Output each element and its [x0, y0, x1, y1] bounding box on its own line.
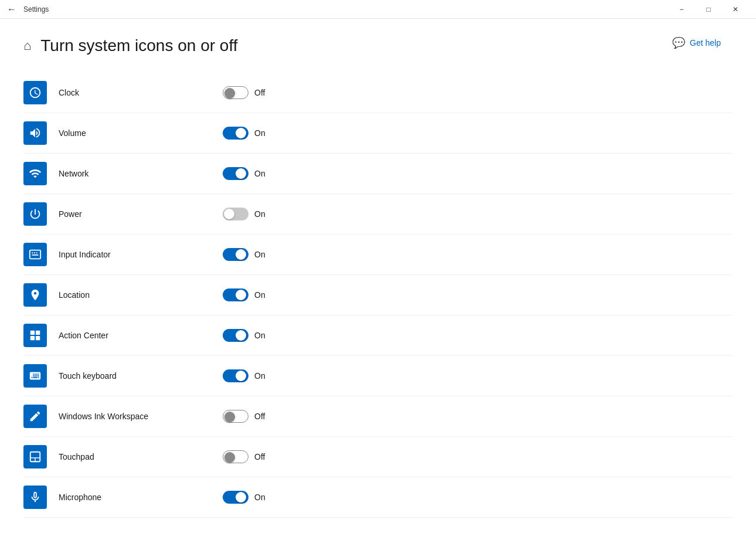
page-title: Turn system icons on or off: [40, 36, 237, 55]
input-indicator-toggle-container: On: [223, 248, 268, 261]
back-button[interactable]: ←: [5, 2, 19, 17]
maximize-button[interactable]: □: [695, 0, 722, 19]
setting-row-network: NetworkOn: [23, 154, 733, 194]
touchpad-toggle-knob: [224, 452, 235, 463]
microphone-toggle[interactable]: [223, 491, 248, 504]
touch-keyboard-label: Touch keyboard: [59, 371, 188, 381]
volume-toggle[interactable]: [223, 127, 248, 140]
touch-keyboard-toggle-container: On: [223, 369, 268, 382]
location-icon: [23, 283, 47, 307]
windows-ink-toggle-knob: [224, 412, 235, 422]
setting-row-touchpad: TouchpadOff: [23, 437, 733, 477]
microphone-toggle-knob: [236, 492, 246, 503]
action-center-icon: [23, 324, 47, 347]
minimize-button[interactable]: −: [668, 0, 695, 19]
microphone-state-label: On: [254, 493, 268, 502]
clock-state-label: Off: [254, 88, 268, 97]
touchpad-icon: [23, 445, 47, 469]
windows-ink-state-label: Off: [254, 412, 268, 421]
clock-toggle-container: Off: [223, 86, 268, 99]
clock-toggle-knob: [224, 88, 235, 99]
volume-state-label: On: [254, 128, 268, 138]
setting-row-touch-keyboard: Touch keyboardOn: [23, 356, 733, 396]
touch-keyboard-toggle-knob: [236, 371, 246, 381]
action-center-toggle-container: On: [223, 329, 268, 342]
setting-row-clock: ClockOff: [23, 73, 733, 113]
clock-icon: [23, 81, 47, 104]
setting-row-volume: VolumeOn: [23, 113, 733, 154]
power-icon: [23, 202, 47, 226]
location-toggle[interactable]: [223, 288, 248, 301]
power-toggle[interactable]: [223, 208, 248, 220]
location-label: Location: [59, 290, 188, 300]
svg-rect-2: [36, 331, 40, 335]
microphone-icon: [23, 486, 47, 509]
svg-rect-4: [36, 336, 40, 340]
network-label: Network: [59, 169, 188, 178]
touchpad-label: Touchpad: [59, 452, 188, 461]
windows-ink-icon: [23, 405, 47, 428]
get-help-label: Get help: [690, 38, 721, 47]
touchpad-state-label: Off: [254, 452, 268, 461]
page-header: ⌂ Turn system icons on or off: [23, 36, 733, 55]
window-title: Settings: [23, 5, 49, 13]
action-center-toggle-knob: [236, 330, 246, 341]
window: ← Settings − □ ✕ ⌂ Turn system icons on …: [0, 0, 756, 533]
close-button[interactable]: ✕: [722, 0, 749, 19]
action-center-label: Action Center: [59, 331, 188, 340]
action-center-toggle[interactable]: [223, 329, 248, 342]
titlebar: ← Settings − □ ✕: [0, 0, 756, 19]
titlebar-left: ← Settings: [5, 2, 49, 17]
network-state-label: On: [254, 169, 268, 178]
setting-row-power: PowerOn: [23, 194, 733, 235]
location-state-label: On: [254, 290, 268, 300]
input-indicator-label: Input Indicator: [59, 250, 188, 259]
clock-label: Clock: [59, 88, 188, 97]
content-area: ⌂ Turn system icons on or off 💬 Get help…: [0, 19, 756, 533]
input-indicator-toggle-knob: [236, 249, 246, 260]
setting-row-location: LocationOn: [23, 275, 733, 315]
touch-keyboard-state-label: On: [254, 371, 268, 381]
windows-ink-toggle[interactable]: [223, 410, 248, 423]
titlebar-controls: − □ ✕: [668, 0, 749, 19]
location-toggle-knob: [236, 290, 246, 300]
touchpad-toggle-container: Off: [223, 450, 268, 463]
setting-row-microphone: MicrophoneOn: [23, 477, 733, 518]
network-toggle-knob: [236, 168, 246, 179]
input-indicator-toggle[interactable]: [223, 248, 248, 261]
clock-toggle[interactable]: [223, 86, 248, 99]
setting-row-action-center: Action CenterOn: [23, 315, 733, 356]
touch-keyboard-toggle[interactable]: [223, 369, 248, 382]
volume-toggle-container: On: [223, 127, 268, 140]
settings-list: ClockOffVolumeOnNetworkOnPowerOnInput In…: [23, 73, 733, 518]
input-indicator-state-label: On: [254, 250, 268, 259]
action-center-state-label: On: [254, 331, 268, 340]
network-toggle[interactable]: [223, 167, 248, 180]
volume-label: Volume: [59, 128, 188, 138]
get-help-icon: 💬: [672, 36, 685, 49]
power-state-label: On: [254, 209, 268, 219]
power-label: Power: [59, 209, 188, 219]
microphone-toggle-container: On: [223, 491, 268, 504]
setting-row-input-indicator: Input IndicatorOn: [23, 235, 733, 275]
setting-row-windows-ink: Windows Ink WorkspaceOff: [23, 396, 733, 437]
power-toggle-container: On: [223, 208, 268, 220]
network-icon: [23, 162, 47, 185]
windows-ink-toggle-container: Off: [223, 410, 268, 423]
volume-toggle-knob: [236, 128, 246, 138]
power-toggle-knob: [224, 209, 234, 219]
microphone-label: Microphone: [59, 493, 188, 502]
main-panel: ⌂ Turn system icons on or off 💬 Get help…: [0, 19, 756, 533]
location-toggle-container: On: [223, 288, 268, 301]
svg-rect-1: [30, 331, 35, 335]
network-toggle-container: On: [223, 167, 268, 180]
get-help-link[interactable]: 💬 Get help: [672, 36, 721, 49]
volume-icon: [23, 121, 47, 145]
svg-rect-3: [30, 336, 35, 340]
input-indicator-icon: [23, 243, 47, 266]
home-icon: ⌂: [23, 38, 31, 53]
touch-keyboard-icon: [23, 364, 47, 388]
windows-ink-label: Windows Ink Workspace: [59, 412, 188, 421]
touchpad-toggle[interactable]: [223, 450, 248, 463]
